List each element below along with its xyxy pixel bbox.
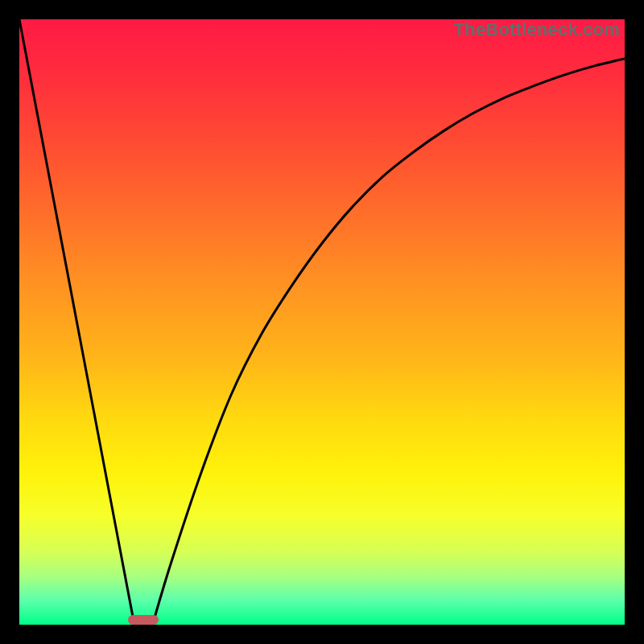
chart-frame: TheBottleneck.com — [0, 0, 644, 644]
right-curve-path — [152, 59, 625, 625]
bottleneck-marker — [128, 615, 159, 625]
curve-layer — [19, 19, 625, 625]
plot-area: TheBottleneck.com — [19, 19, 625, 625]
left-line-path — [19, 19, 134, 625]
